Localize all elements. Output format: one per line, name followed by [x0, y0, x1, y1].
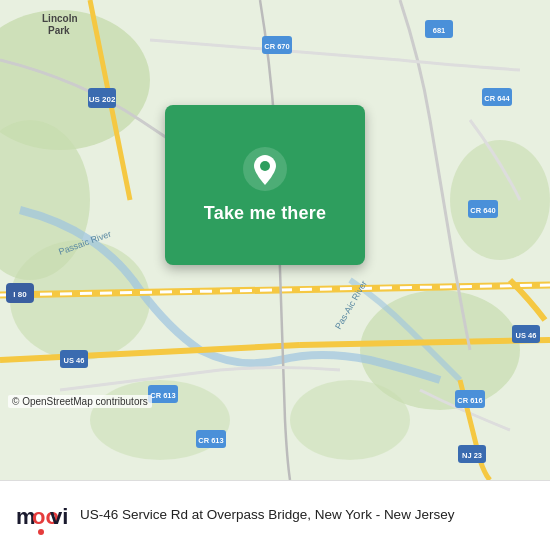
svg-point-41	[260, 161, 270, 171]
location-description: US-46 Service Rd at Overpass Bridge, New…	[80, 506, 536, 525]
svg-point-5	[450, 140, 550, 260]
svg-point-46	[38, 529, 44, 535]
svg-text:CR 670: CR 670	[264, 42, 289, 51]
svg-text:CR 640: CR 640	[470, 206, 495, 215]
location-pin-icon	[243, 147, 287, 191]
svg-text:US 46: US 46	[516, 331, 537, 340]
svg-text:Park: Park	[48, 25, 70, 36]
svg-text:US 46: US 46	[64, 356, 85, 365]
svg-text:vit: vit	[50, 504, 68, 529]
moovit-logo: m oo vit	[14, 496, 68, 536]
take-me-there-label: Take me there	[204, 203, 326, 224]
svg-text:NJ 23: NJ 23	[462, 451, 482, 460]
info-bar: m oo vit US-46 Service Rd at Overpass Br…	[0, 480, 550, 550]
svg-text:CR 644: CR 644	[484, 94, 510, 103]
svg-text:CR 616: CR 616	[457, 396, 482, 405]
take-me-there-popup[interactable]: Take me there	[165, 105, 365, 265]
svg-point-6	[290, 380, 410, 460]
svg-text:I 80: I 80	[13, 290, 27, 299]
osm-attribution: © OpenStreetMap contributors	[8, 395, 152, 408]
svg-text:US 202: US 202	[89, 95, 116, 104]
svg-text:CR 613: CR 613	[198, 436, 223, 445]
svg-text:681: 681	[433, 26, 446, 35]
svg-text:Lincoln: Lincoln	[42, 13, 78, 24]
map-container[interactable]: Lincoln Park US 202 CR 670 681 CR 644 CR…	[0, 0, 550, 480]
svg-text:CR 613: CR 613	[150, 391, 175, 400]
